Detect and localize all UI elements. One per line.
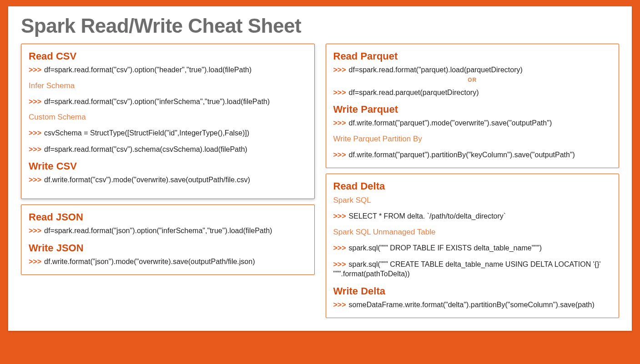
read-parquet-code-1: >>>df=spark.read.format("parquet).load(p… — [333, 65, 612, 75]
spark-sql-code: >>>SELECT * FROM delta. `/path/to/delta_… — [333, 211, 612, 221]
write-json-code: >>>df.write.format("json").mode("overwri… — [29, 257, 307, 267]
custom-schema-code-1: >>>csvSchema = StructType([StructField("… — [29, 128, 307, 138]
write-json-title: Write JSON — [29, 242, 307, 254]
code-text: df=spark.read.format("json").option("inf… — [44, 227, 272, 234]
prompt-icon: >>> — [29, 258, 41, 265]
panel-json: Read JSON >>>df=spark.read.format("json"… — [21, 204, 315, 275]
infer-schema-code: >>>df=spark.read.format("csv").option("i… — [29, 97, 307, 107]
code-text: df.write.format("parquet").mode("overwri… — [349, 119, 552, 127]
cheat-sheet: Spark Read/Write Cheat Sheet Read CSV >>… — [8, 6, 632, 331]
read-parquet-title: Read Parquet — [333, 50, 612, 62]
read-csv-code: >>>df=spark.read.format("csv").option("h… — [29, 65, 307, 75]
prompt-icon: >>> — [29, 129, 41, 137]
code-text: df=spark.read.format("csv").option("infe… — [44, 98, 270, 105]
prompt-icon: >>> — [29, 98, 41, 105]
write-delta-code: >>>someDataFrame.write.format("delta").p… — [333, 300, 612, 310]
write-csv-title: Write CSV — [29, 160, 307, 172]
write-parquet-partition-code: >>>df.write.format("parquet").partitionB… — [333, 150, 612, 160]
code-text: df.write.format("csv").mode("overwrite).… — [44, 176, 250, 184]
panel-csv: Read CSV >>>df=spark.read.format("csv").… — [21, 44, 315, 199]
spark-sql-unmanaged-title: Spark SQL Unmanaged Table — [333, 228, 612, 237]
spark-sql-unmanaged-code-1: >>>spark.sql(""" DROP TABLE IF EXISTS de… — [333, 243, 612, 253]
prompt-icon: >>> — [29, 66, 41, 74]
infer-schema-title: Infer Schema — [29, 81, 307, 90]
write-parquet-code: >>>df.write.format("parquet").mode("over… — [333, 118, 612, 128]
or-divider: OR — [333, 77, 612, 83]
code-text: df.write.format("json").mode("overwrite)… — [44, 258, 255, 265]
read-delta-title: Read Delta — [333, 180, 612, 192]
read-parquet-code-2: >>>df=spark.read.parquet(parquetDirector… — [333, 88, 612, 98]
prompt-icon: >>> — [333, 212, 346, 220]
spark-sql-title: Spark SQL — [333, 196, 612, 205]
read-json-title: Read JSON — [29, 211, 307, 223]
prompt-icon: >>> — [333, 301, 346, 309]
code-text: spark.sql(""" CREATE TABLE delta_table_n… — [333, 260, 601, 278]
code-text: df=spark.read.format("csv").schema(csvSc… — [44, 145, 247, 153]
code-text: df=spark.read.format("parquet).load(parq… — [349, 66, 523, 74]
code-text: df=spark.read.parquet(parquetDirectory) — [349, 89, 479, 96]
code-text: df.write.format("parquet").partitionBy("… — [349, 151, 575, 159]
write-parquet-title: Write Parquet — [333, 104, 612, 115]
prompt-icon: >>> — [333, 151, 346, 159]
prompt-icon: >>> — [333, 89, 346, 96]
prompt-icon: >>> — [29, 145, 41, 153]
columns: Read CSV >>>df=spark.read.format("csv").… — [21, 44, 619, 318]
panel-delta: Read Delta Spark SQL >>>SELECT * FROM de… — [326, 174, 620, 318]
custom-schema-code-2: >>>df=spark.read.format("csv").schema(cs… — [29, 145, 307, 155]
prompt-icon: >>> — [333, 244, 346, 252]
custom-schema-title: Custom Schema — [29, 113, 307, 122]
read-json-code: >>>df=spark.read.format("json").option("… — [29, 226, 307, 236]
panel-parquet: Read Parquet >>>df=spark.read.format("pa… — [326, 44, 620, 168]
prompt-icon: >>> — [29, 227, 41, 234]
code-text: spark.sql(""" DROP TABLE IF EXISTS delta… — [349, 244, 542, 252]
write-csv-code: >>>df.write.format("csv").mode("overwrit… — [29, 175, 307, 185]
left-column: Read CSV >>>df=spark.read.format("csv").… — [21, 44, 315, 318]
right-column: Read Parquet >>>df=spark.read.format("pa… — [326, 44, 620, 318]
code-text: someDataFrame.write.format("delta").part… — [349, 301, 595, 309]
prompt-icon: >>> — [333, 66, 346, 74]
code-text: SELECT * FROM delta. `/path/to/delta_dir… — [349, 212, 506, 220]
page-title: Spark Read/Write Cheat Sheet — [21, 15, 619, 37]
prompt-icon: >>> — [29, 176, 41, 184]
read-csv-title: Read CSV — [29, 50, 307, 62]
code-text: csvSchema = StructType([StructField("id"… — [44, 129, 249, 137]
write-delta-title: Write Delta — [333, 285, 612, 297]
code-text: df=spark.read.format("csv").option("head… — [44, 66, 252, 74]
prompt-icon: >>> — [333, 119, 346, 127]
write-parquet-partition-title: Write Parquet Partition By — [333, 135, 612, 144]
prompt-icon: >>> — [333, 260, 346, 268]
spark-sql-unmanaged-code-2: >>>spark.sql(""" CREATE TABLE delta_tabl… — [333, 259, 612, 279]
